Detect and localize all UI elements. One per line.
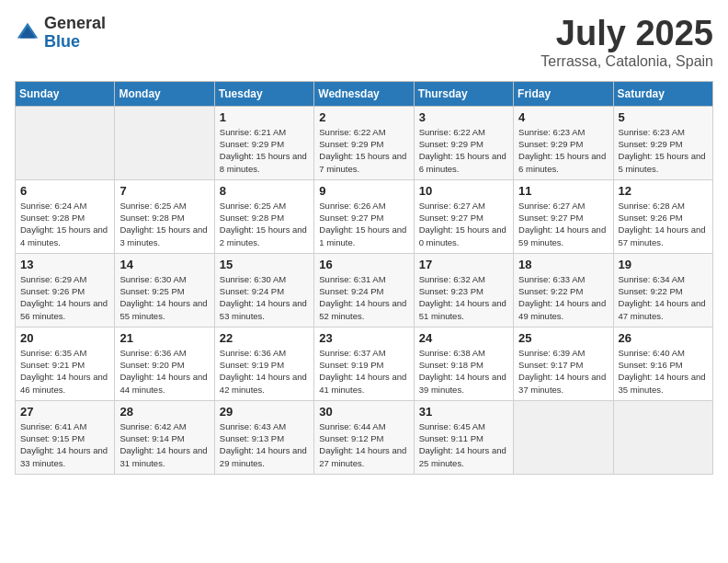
day-number: 21 (119, 331, 209, 345)
day-number: 2 (319, 110, 408, 124)
day-info: Sunrise: 6:24 AMSunset: 9:28 PMDaylight:… (20, 200, 109, 248)
day-info: Sunrise: 6:41 AMSunset: 9:15 PMDaylight:… (20, 420, 109, 469)
calendar-cell: 18Sunrise: 6:33 AMSunset: 9:22 PMDayligh… (514, 253, 613, 327)
calendar-week-3: 13Sunrise: 6:29 AMSunset: 9:26 PMDayligh… (16, 253, 713, 327)
calendar-week-2: 6Sunrise: 6:24 AMSunset: 9:28 PMDaylight… (16, 179, 713, 253)
header: General Blue July 2025 Terrassa, Catalon… (15, 15, 713, 70)
day-number: 25 (518, 331, 608, 345)
calendar-cell: 1Sunrise: 6:21 AMSunset: 9:29 PMDaylight… (214, 106, 313, 179)
calendar-cell: 7Sunrise: 6:25 AMSunset: 9:28 PMDaylight… (115, 179, 214, 253)
day-info: Sunrise: 6:29 AMSunset: 9:26 PMDaylight:… (20, 273, 109, 322)
day-number: 13 (20, 258, 109, 271)
calendar-cell: 21Sunrise: 6:36 AMSunset: 9:20 PMDayligh… (115, 327, 214, 400)
day-number: 9 (319, 184, 408, 198)
day-info: Sunrise: 6:39 AMSunset: 9:17 PMDaylight:… (518, 347, 608, 396)
day-info: Sunrise: 6:27 AMSunset: 9:27 PMDaylight:… (419, 200, 508, 248)
calendar-cell: 5Sunrise: 6:23 AMSunset: 9:29 PMDaylight… (613, 106, 712, 179)
calendar-cell: 23Sunrise: 6:37 AMSunset: 9:19 PMDayligh… (314, 327, 414, 400)
logo-icon (15, 20, 40, 46)
logo-general-label: General (44, 15, 106, 33)
day-info: Sunrise: 6:36 AMSunset: 9:20 PMDaylight:… (119, 347, 209, 396)
calendar-cell: 13Sunrise: 6:29 AMSunset: 9:26 PMDayligh… (16, 253, 115, 327)
day-number: 23 (319, 331, 408, 345)
day-number: 10 (419, 184, 508, 198)
day-info: Sunrise: 6:28 AMSunset: 9:26 PMDaylight:… (619, 200, 708, 248)
day-number: 4 (518, 110, 608, 124)
day-number: 28 (119, 405, 209, 419)
calendar-cell: 19Sunrise: 6:34 AMSunset: 9:22 PMDayligh… (613, 253, 712, 327)
day-info: Sunrise: 6:25 AMSunset: 9:28 PMDaylight:… (119, 200, 209, 248)
calendar-cell: 10Sunrise: 6:27 AMSunset: 9:27 PMDayligh… (414, 179, 513, 253)
calendar-cell: 2Sunrise: 6:22 AMSunset: 9:29 PMDaylight… (314, 106, 414, 179)
day-number: 12 (619, 184, 708, 198)
day-info: Sunrise: 6:45 AMSunset: 9:11 PMDaylight:… (419, 420, 508, 469)
day-number: 24 (419, 331, 508, 345)
day-info: Sunrise: 6:35 AMSunset: 9:21 PMDaylight:… (20, 347, 109, 396)
day-info: Sunrise: 6:34 AMSunset: 9:22 PMDaylight:… (619, 273, 708, 322)
day-number: 19 (619, 258, 708, 271)
day-number: 16 (319, 258, 408, 271)
day-number: 31 (419, 405, 508, 419)
day-number: 17 (419, 258, 508, 271)
calendar-cell: 4Sunrise: 6:23 AMSunset: 9:29 PMDaylight… (514, 106, 613, 179)
day-info: Sunrise: 6:30 AMSunset: 9:24 PMDaylight:… (220, 273, 309, 322)
calendar-week-5: 27Sunrise: 6:41 AMSunset: 9:15 PMDayligh… (16, 400, 713, 474)
day-number: 20 (20, 331, 109, 345)
day-info: Sunrise: 6:37 AMSunset: 9:19 PMDaylight:… (319, 347, 408, 396)
calendar-cell: 30Sunrise: 6:44 AMSunset: 9:12 PMDayligh… (314, 400, 414, 474)
day-number: 3 (419, 110, 508, 124)
day-number: 11 (518, 184, 608, 198)
weekday-header-row: SundayMondayTuesdayWednesdayThursdayFrid… (16, 81, 713, 106)
day-info: Sunrise: 6:22 AMSunset: 9:29 PMDaylight:… (319, 126, 408, 175)
calendar-cell: 31Sunrise: 6:45 AMSunset: 9:11 PMDayligh… (414, 400, 513, 474)
calendar-cell: 12Sunrise: 6:28 AMSunset: 9:26 PMDayligh… (613, 179, 712, 253)
day-info: Sunrise: 6:26 AMSunset: 9:27 PMDaylight:… (319, 200, 408, 248)
calendar-table: SundayMondayTuesdayWednesdayThursdayFrid… (15, 81, 713, 475)
day-info: Sunrise: 6:33 AMSunset: 9:22 PMDaylight:… (518, 273, 608, 322)
day-number: 6 (20, 184, 109, 198)
calendar-week-4: 20Sunrise: 6:35 AMSunset: 9:21 PMDayligh… (16, 327, 713, 400)
day-number: 27 (20, 405, 109, 419)
day-info: Sunrise: 6:36 AMSunset: 9:19 PMDaylight:… (220, 347, 309, 396)
calendar-cell: 25Sunrise: 6:39 AMSunset: 9:17 PMDayligh… (514, 327, 613, 400)
day-number: 30 (319, 405, 408, 419)
calendar-cell (514, 400, 613, 474)
day-info: Sunrise: 6:23 AMSunset: 9:29 PMDaylight:… (518, 126, 608, 175)
logo-text: General Blue (44, 15, 106, 52)
day-info: Sunrise: 6:22 AMSunset: 9:29 PMDaylight:… (419, 126, 508, 175)
day-number: 29 (220, 405, 309, 419)
day-info: Sunrise: 6:27 AMSunset: 9:27 PMDaylight:… (518, 200, 608, 248)
day-number: 5 (619, 110, 708, 124)
calendar-cell: 22Sunrise: 6:36 AMSunset: 9:19 PMDayligh… (214, 327, 313, 400)
day-number: 18 (518, 258, 608, 271)
calendar-cell: 20Sunrise: 6:35 AMSunset: 9:21 PMDayligh… (16, 327, 115, 400)
calendar-cell (115, 106, 214, 179)
calendar-cell: 28Sunrise: 6:42 AMSunset: 9:14 PMDayligh… (115, 400, 214, 474)
calendar-cell (613, 400, 712, 474)
day-info: Sunrise: 6:40 AMSunset: 9:16 PMDaylight:… (619, 347, 708, 396)
calendar-cell: 8Sunrise: 6:25 AMSunset: 9:28 PMDaylight… (214, 179, 313, 253)
day-info: Sunrise: 6:32 AMSunset: 9:23 PMDaylight:… (419, 273, 508, 322)
day-info: Sunrise: 6:25 AMSunset: 9:28 PMDaylight:… (220, 200, 309, 248)
calendar-cell: 6Sunrise: 6:24 AMSunset: 9:28 PMDaylight… (16, 179, 115, 253)
day-number: 26 (619, 331, 708, 345)
day-number: 1 (220, 110, 309, 124)
day-info: Sunrise: 6:43 AMSunset: 9:13 PMDaylight:… (220, 420, 309, 469)
day-info: Sunrise: 6:21 AMSunset: 9:29 PMDaylight:… (220, 126, 309, 175)
weekday-header-wednesday: Wednesday (314, 81, 414, 106)
calendar-cell: 16Sunrise: 6:31 AMSunset: 9:24 PMDayligh… (314, 253, 414, 327)
weekday-header-saturday: Saturday (613, 81, 712, 106)
calendar-cell: 9Sunrise: 6:26 AMSunset: 9:27 PMDaylight… (314, 179, 414, 253)
calendar-cell: 11Sunrise: 6:27 AMSunset: 9:27 PMDayligh… (514, 179, 613, 253)
day-info: Sunrise: 6:23 AMSunset: 9:29 PMDaylight:… (619, 126, 708, 175)
title-area: July 2025 Terrassa, Catalonia, Spain (540, 15, 713, 70)
day-number: 22 (220, 331, 309, 345)
day-number: 8 (220, 184, 309, 198)
day-number: 15 (220, 258, 309, 271)
weekday-header-sunday: Sunday (16, 81, 115, 106)
day-number: 14 (119, 258, 209, 271)
logo: General Blue (15, 15, 106, 52)
calendar-cell: 27Sunrise: 6:41 AMSunset: 9:15 PMDayligh… (16, 400, 115, 474)
day-info: Sunrise: 6:38 AMSunset: 9:18 PMDaylight:… (419, 347, 508, 396)
calendar-cell: 15Sunrise: 6:30 AMSunset: 9:24 PMDayligh… (214, 253, 313, 327)
